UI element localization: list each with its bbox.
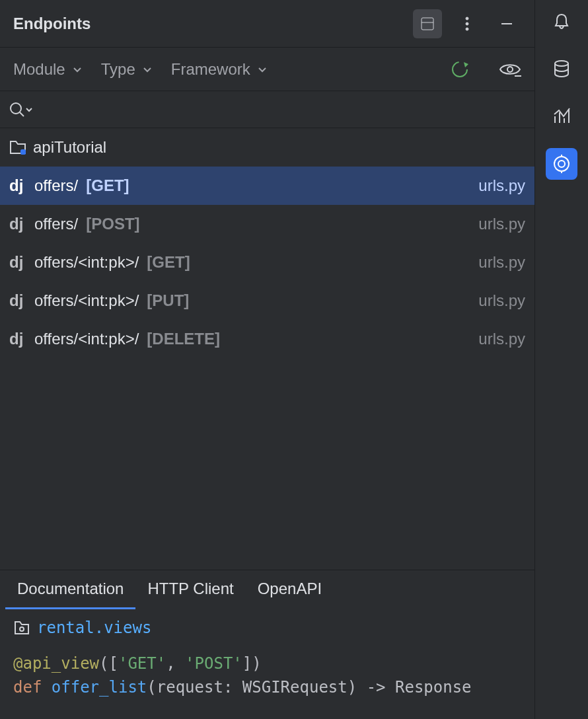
panel-header-controls: [413, 9, 521, 38]
endpoint-row[interactable]: djoffers/<int:pk>/[GET]urls.py: [0, 243, 534, 282]
database-button[interactable]: [546, 53, 577, 85]
doc-tabs: DocumentationHTTP ClientOpenAPI: [0, 570, 534, 609]
endpoints-icon: [552, 155, 571, 173]
endpoint-method: [POST]: [86, 215, 139, 233]
endpoint-file: urls.py: [478, 291, 525, 310]
folder-icon: [9, 139, 26, 156]
svg-marker-7: [464, 62, 468, 67]
svg-point-2: [466, 17, 468, 20]
svg-point-3: [466, 22, 468, 25]
refresh-endpoints-button[interactable]: [450, 59, 470, 79]
project-root[interactable]: apiTutorial: [0, 128, 534, 167]
notifications-button[interactable]: [546, 5, 577, 37]
endpoint-path: offers/<int:pk>/: [34, 291, 139, 310]
svg-line-11: [20, 112, 24, 116]
endpoint-path: offers/<int:pk>/: [34, 330, 139, 348]
svg-point-16: [558, 161, 565, 167]
module-filter-label: Module: [13, 60, 65, 79]
doc-tab[interactable]: Documentation: [5, 570, 135, 609]
framework-tag: dj: [9, 215, 26, 233]
filter-bar: Module Type Framework: [0, 48, 534, 91]
doc-tab[interactable]: HTTP Client: [135, 570, 245, 609]
chevron-down-icon: [72, 64, 83, 75]
chart-icon: [552, 107, 571, 126]
framework-filter[interactable]: Framework: [171, 60, 268, 79]
more-options-button[interactable]: [453, 9, 482, 38]
search-bar[interactable]: [0, 91, 534, 128]
preview-visibility-button[interactable]: [499, 61, 521, 77]
documentation-panel: rental.views @api_view(['GET', 'POST']) …: [0, 609, 534, 719]
endpoint-row[interactable]: djoffers/<int:pk>/[PUT]urls.py: [0, 282, 534, 320]
framework-tag: dj: [9, 253, 26, 272]
svg-point-15: [554, 157, 569, 171]
endpoint-row[interactable]: djoffers/[GET]urls.py: [0, 167, 534, 205]
endpoint-row[interactable]: djoffers/<int:pk>/[DELETE]urls.py: [0, 320, 534, 358]
framework-tag: dj: [9, 291, 26, 310]
endpoint-row[interactable]: djoffers/[POST]urls.py: [0, 205, 534, 243]
database-icon: [552, 59, 571, 78]
panel-header: Endpoints: [0, 0, 534, 48]
svg-point-8: [507, 67, 513, 72]
endpoints-tool-button[interactable]: [546, 148, 577, 180]
endpoint-method: [GET]: [86, 176, 129, 195]
framework-filter-label: Framework: [171, 60, 250, 79]
chevron-down-icon: [257, 64, 268, 75]
endpoint-file: urls.py: [478, 176, 525, 195]
project-name: apiTutorial: [33, 138, 106, 157]
endpoints-panel: Endpoints Module Type Framework: [0, 0, 535, 719]
module-link[interactable]: rental.views: [37, 616, 151, 640]
layout-toggle-button[interactable]: [413, 9, 442, 38]
endpoint-method: [GET]: [147, 253, 190, 272]
svg-point-14: [555, 61, 568, 66]
svg-point-13: [20, 627, 24, 631]
svg-rect-12: [20, 149, 26, 155]
svg-rect-0: [422, 18, 433, 30]
endpoint-method: [PUT]: [147, 291, 189, 310]
analytics-button[interactable]: [546, 100, 577, 132]
chevron-down-icon: [25, 106, 33, 114]
endpoint-file: urls.py: [478, 253, 525, 272]
endpoint-path: offers/<int:pk>/: [34, 253, 139, 272]
panel-title: Endpoints: [13, 15, 413, 33]
chevron-down-icon: [142, 64, 153, 75]
type-filter[interactable]: Type: [101, 60, 153, 79]
endpoint-file: urls.py: [478, 215, 525, 233]
svg-point-4: [466, 28, 468, 30]
svg-point-10: [11, 103, 21, 114]
endpoint-method: [DELETE]: [147, 330, 220, 348]
endpoint-tree: apiTutorial djoffers/[GET]urls.pydjoffer…: [0, 128, 534, 570]
framework-tag: dj: [9, 330, 26, 348]
right-tool-rail: [535, 0, 588, 719]
endpoint-file: urls.py: [478, 330, 525, 348]
search-icon: [8, 100, 26, 119]
code-preview: @api_view(['GET', 'POST']) def offer_lis…: [13, 652, 521, 699]
minimize-button[interactable]: [492, 9, 521, 38]
endpoint-path: offers/: [34, 215, 78, 233]
bell-icon: [552, 12, 571, 30]
endpoint-path: offers/: [34, 176, 78, 195]
module-icon: [13, 619, 30, 636]
type-filter-label: Type: [101, 60, 135, 79]
module-filter[interactable]: Module: [13, 60, 83, 79]
framework-tag: dj: [9, 176, 26, 195]
doc-tab[interactable]: OpenAPI: [246, 570, 334, 609]
